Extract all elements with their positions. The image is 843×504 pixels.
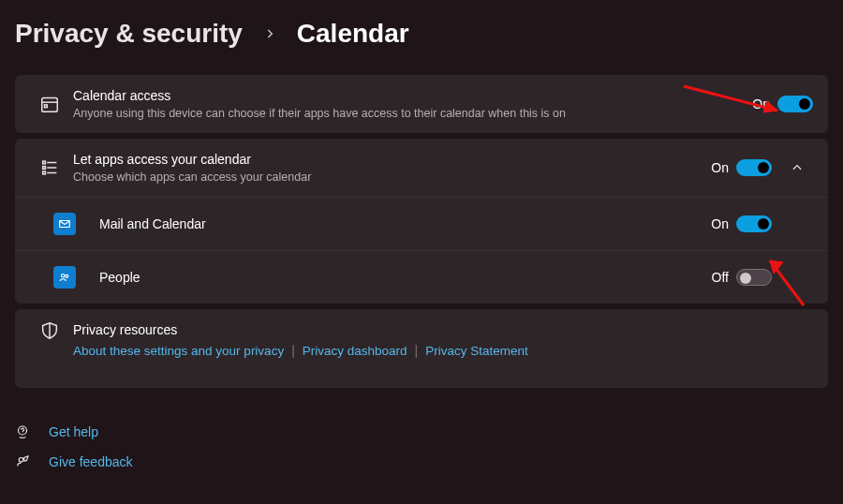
shield-icon (30, 320, 69, 341)
svg-rect-7 (43, 167, 46, 170)
people-app-state: Off (712, 270, 729, 285)
give-feedback-row[interactable]: Give feedback (13, 453, 828, 470)
people-app-icon (45, 266, 84, 289)
give-feedback-link[interactable]: Give feedback (49, 454, 133, 469)
calendar-access-subtitle: Anyone using this device can choose if t… (73, 105, 566, 122)
svg-point-13 (19, 458, 23, 463)
app-row-mail: Mail and Calendar On (15, 197, 828, 250)
let-apps-toggle[interactable] (736, 159, 772, 176)
feedback-icon (13, 453, 32, 470)
calendar-icon (30, 94, 69, 114)
footer-links: Get help Give feedback (15, 423, 828, 470)
collapse-button[interactable] (781, 161, 813, 174)
people-app-label: People (99, 270, 140, 285)
svg-point-11 (66, 274, 68, 277)
privacy-link-statement[interactable]: Privacy Statement (425, 344, 528, 358)
let-apps-header-row[interactable]: Let apps access your calendar Choose whi… (15, 139, 828, 197)
svg-rect-6 (43, 161, 46, 164)
calendar-access-state: On (752, 96, 770, 111)
help-icon (13, 423, 32, 440)
svg-point-10 (62, 274, 66, 278)
chevron-right-icon (263, 23, 276, 45)
mail-app-state: On (711, 216, 729, 231)
breadcrumb-current: Calendar (297, 19, 409, 49)
separator: | (291, 343, 295, 358)
svg-point-12 (19, 426, 27, 435)
let-apps-card: Let apps access your calendar Choose whi… (15, 139, 828, 304)
mail-app-icon (45, 213, 84, 235)
app-row-people: People Off (15, 250, 828, 304)
list-icon (30, 157, 69, 178)
people-app-toggle[interactable] (736, 269, 772, 286)
breadcrumb[interactable]: Privacy & security Calendar (15, 19, 828, 49)
privacy-link-about[interactable]: About these settings and your privacy (73, 344, 284, 358)
separator: | (415, 343, 419, 358)
let-apps-state: On (711, 160, 729, 175)
breadcrumb-parent[interactable]: Privacy & security (15, 19, 243, 49)
calendar-access-card: Calendar access Anyone using this device… (15, 75, 828, 133)
get-help-row[interactable]: Get help (13, 423, 828, 440)
svg-rect-8 (43, 171, 46, 174)
let-apps-subtitle: Choose which apps can access your calend… (73, 169, 311, 185)
calendar-access-toggle[interactable] (777, 96, 813, 112)
mail-app-label: Mail and Calendar (99, 216, 206, 231)
privacy-resources-title: Privacy resources (73, 320, 528, 339)
svg-rect-2 (45, 105, 48, 108)
let-apps-title: Let apps access your calendar (73, 150, 311, 169)
privacy-resources-card: Privacy resources About these settings a… (15, 309, 828, 388)
calendar-access-title: Calendar access (73, 86, 566, 105)
mail-app-toggle[interactable] (736, 215, 772, 232)
privacy-link-dashboard[interactable]: Privacy dashboard (303, 344, 407, 358)
get-help-link[interactable]: Get help (49, 424, 98, 439)
